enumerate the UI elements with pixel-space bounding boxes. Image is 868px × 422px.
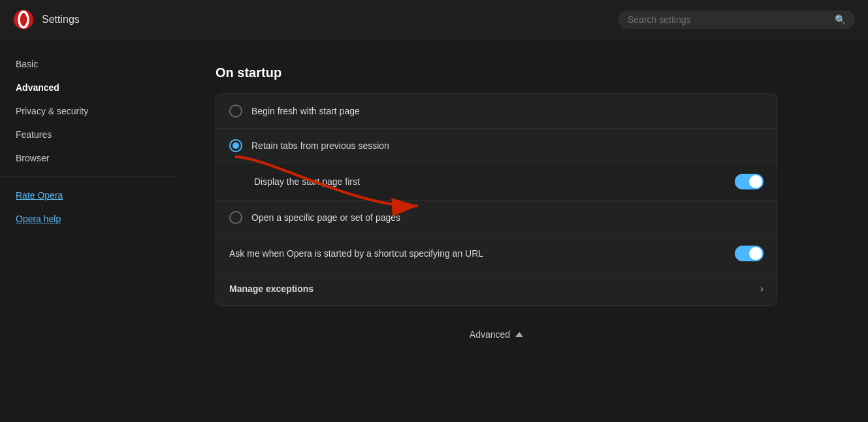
sidebar: Basic Advanced Privacy & security Featur…: [0, 39, 176, 422]
option-ask-shortcut-label: Ask me when Opera is started by a shortc…: [229, 248, 726, 259]
chevron-right-icon: ›: [760, 283, 764, 295]
sidebar-item-basic[interactable]: Basic: [0, 52, 176, 76]
toggle-ask-shortcut[interactable]: [735, 246, 764, 261]
search-input[interactable]: [628, 14, 829, 25]
sidebar-link-rate[interactable]: Rate Opera: [0, 184, 176, 207]
section-title: On startup: [216, 65, 829, 80]
header-left: Settings: [13, 9, 80, 30]
manage-exceptions-label: Manage exceptions: [229, 284, 751, 294]
main-content: On startup Begin fresh with start page R…: [176, 39, 868, 422]
option-manage-exceptions[interactable]: Manage exceptions ›: [216, 272, 777, 305]
option-begin-fresh[interactable]: Begin fresh with start page: [216, 94, 777, 129]
option-display-start-label: Display the start page first: [254, 176, 726, 187]
option-retain-tabs[interactable]: Retain tabs from previous session: [216, 129, 777, 163]
search-box[interactable]: 🔍: [619, 10, 855, 29]
option-open-specific[interactable]: Open a specific page or set of pages: [216, 201, 777, 235]
option-ask-shortcut[interactable]: Ask me when Opera is started by a shortc…: [216, 235, 777, 272]
sidebar-link-help[interactable]: Opera help: [0, 207, 176, 231]
sidebar-item-features[interactable]: Features: [0, 123, 176, 146]
search-icon: 🔍: [835, 14, 846, 25]
toggle-display-start[interactable]: [735, 174, 764, 189]
advanced-button-label: Advanced: [470, 329, 510, 340]
radio-open-specific[interactable]: [229, 211, 242, 224]
opera-logo-icon: [13, 9, 34, 30]
bottom-bar: Advanced: [216, 319, 777, 346]
sidebar-item-advanced[interactable]: Advanced: [0, 76, 176, 99]
chevron-up-icon: [515, 332, 523, 337]
body: Basic Advanced Privacy & security Featur…: [0, 39, 868, 422]
option-open-specific-label: Open a specific page or set of pages: [251, 212, 764, 223]
page-title: Settings: [42, 14, 80, 25]
startup-card: Begin fresh with start page Retain tabs …: [216, 93, 777, 306]
option-begin-fresh-label: Begin fresh with start page: [251, 106, 764, 116]
option-display-start[interactable]: Display the start page first: [216, 163, 777, 201]
sidebar-item-browser[interactable]: Browser: [0, 146, 176, 170]
radio-begin-fresh[interactable]: [229, 105, 242, 118]
sidebar-item-privacy[interactable]: Privacy & security: [0, 99, 176, 123]
sidebar-divider: [0, 176, 176, 177]
header: Settings 🔍: [0, 0, 868, 39]
radio-retain-tabs[interactable]: [229, 139, 242, 152]
option-retain-tabs-label: Retain tabs from previous session: [251, 140, 764, 151]
advanced-button[interactable]: Advanced: [470, 329, 523, 340]
